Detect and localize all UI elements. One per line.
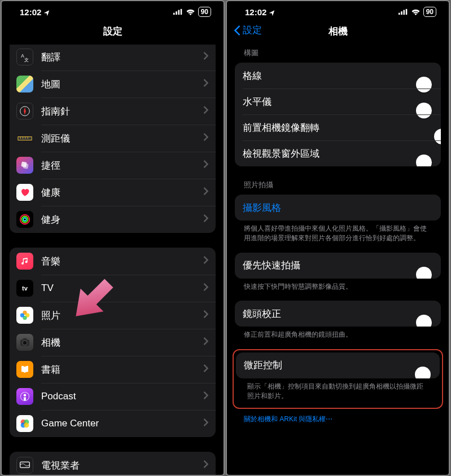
music-icon: [16, 253, 33, 270]
chevron-right-icon: [203, 214, 209, 224]
settings-row-camera[interactable]: 相機: [10, 329, 216, 356]
back-button[interactable]: 設定: [234, 24, 262, 37]
row-label: Podcast: [41, 391, 203, 402]
row-label: 音樂: [41, 255, 203, 268]
settings-row-health[interactable]: 健康: [10, 179, 216, 206]
gamecenter-icon: [16, 415, 33, 432]
row-label: 地圖: [41, 78, 203, 91]
chevron-right-icon: [203, 79, 209, 89]
podcasts-icon: [16, 388, 33, 405]
macro-control-row[interactable]: 微距控制: [236, 352, 440, 378]
svg-rect-34: [401, 11, 402, 15]
row-label: 格線: [243, 69, 433, 82]
settings-row-podcasts[interactable]: Podcast: [10, 383, 216, 410]
toggle-row[interactable]: 檢視觀景窗外區域: [235, 140, 441, 166]
status-time: 12:02: [245, 7, 276, 17]
lens-correction-row[interactable]: 鏡頭校正: [235, 301, 441, 327]
camera-settings-screen: 12:02 90 設定 相機 構圖 格線水平儀前置相機鏡像翻轉檢視觀景窗外區域 …: [226, 0, 450, 476]
svg-rect-35: [403, 10, 405, 15]
settings-group-2: 音樂tvTV照片相機書籍PodcastGame Center: [10, 248, 216, 437]
row-label: 照片: [41, 309, 203, 322]
status-bar: 12:02 90: [2, 1, 224, 20]
settings-row-maps[interactable]: 地圖: [10, 70, 216, 98]
shortcuts-icon: [16, 157, 33, 174]
photos-icon: [16, 307, 33, 324]
fast-footer: 快速按下快門時智慧調整影像品質。: [227, 279, 449, 301]
svg-rect-14: [23, 163, 28, 169]
toggle-row[interactable]: 格線: [235, 63, 441, 89]
settings-row-measure[interactable]: 測距儀: [10, 125, 216, 152]
status-bar: 12:02 90: [227, 1, 449, 20]
page-title: 相機: [329, 26, 348, 37]
maps-icon: [16, 76, 33, 92]
row-label: 捷徑: [41, 159, 203, 172]
wifi-icon: [411, 7, 421, 17]
prioritize-faster-shooting-row[interactable]: 優先快速拍攝: [235, 253, 441, 279]
svg-point-21: [20, 313, 24, 317]
lens-group: 鏡頭校正: [235, 301, 441, 327]
row-label: 健身: [41, 213, 203, 226]
chevron-right-icon: [203, 106, 209, 116]
health-icon: [16, 184, 33, 201]
compass-icon: [16, 103, 33, 120]
macro-group: 微距控制: [236, 352, 440, 378]
camera-icon: [16, 334, 33, 351]
chevron-right-icon: [203, 337, 209, 347]
settings-row-gamecenter[interactable]: Game Center: [10, 410, 216, 437]
battery-icon: 90: [423, 7, 436, 17]
styles-footer: 將個人喜好帶進拍攝中來個人化照片風格。「攝影風格」會使用進階的場景理解來對照片各…: [227, 221, 449, 253]
tvprovider-icon: [16, 457, 33, 474]
row-label: 健康: [41, 186, 203, 199]
lens-footer: 修正前置和超廣角相機的鏡頭扭曲。: [227, 327, 449, 349]
settings-row-shortcuts[interactable]: 捷徑: [10, 152, 216, 179]
settings-row-tv[interactable]: tvTV: [10, 275, 216, 302]
translate-icon: A文: [16, 49, 33, 65]
row-label: 書籍: [41, 363, 203, 376]
svg-rect-36: [405, 8, 407, 14]
macro-footer: 顯示「相機」控制項目來自動切換到超廣角相機以拍攝微距照片和影片。: [236, 378, 440, 406]
svg-rect-8: [18, 136, 32, 140]
settings-row-fitness[interactable]: 健身: [10, 206, 216, 233]
svg-point-23: [23, 341, 27, 345]
signal-icon: [399, 7, 408, 17]
battery-icon: 90: [198, 7, 211, 17]
tv-icon: tv: [16, 280, 33, 297]
books-icon: [16, 361, 33, 378]
row-label: 水平儀: [243, 95, 433, 108]
privacy-link[interactable]: 關於相機和 ARKit 與隱私權⋯: [244, 415, 332, 423]
back-label: 設定: [243, 24, 262, 37]
svg-point-16: [22, 217, 28, 223]
settings-row-photos[interactable]: 照片: [10, 302, 216, 329]
svg-point-25: [24, 394, 27, 397]
row-label: Game Center: [41, 418, 203, 429]
section-header-photo: 照片拍攝: [227, 166, 449, 195]
toggle-row[interactable]: 水平儀: [235, 89, 441, 114]
measure-icon: [16, 130, 33, 147]
chevron-right-icon: [203, 418, 209, 429]
settings-row-music[interactable]: 音樂: [10, 248, 216, 275]
section-header-composition: 構圖: [227, 45, 449, 63]
macro-label: 微距控制: [244, 359, 432, 372]
row-label: 翻譯: [41, 51, 203, 64]
settings-row-compass[interactable]: 指南針: [10, 98, 216, 125]
svg-rect-24: [23, 338, 27, 340]
page-title: 設定: [103, 26, 122, 37]
photo-styles-group: 攝影風格: [235, 195, 441, 221]
toggle-row[interactable]: 前置相機鏡像翻轉: [235, 114, 441, 140]
settings-screen: 12:02 90 設定 A文翻譯地圖指南針測距儀捷徑健康健身 音樂tvTV照片相…: [1, 0, 225, 476]
settings-row-tvprovider[interactable]: 電視業者: [10, 452, 216, 476]
row-label: 測距儀: [41, 132, 203, 145]
settings-row-translate[interactable]: A文翻譯: [10, 45, 216, 70]
row-label: 電視業者: [41, 459, 203, 472]
svg-rect-33: [399, 12, 400, 14]
chevron-right-icon: [203, 133, 209, 143]
settings-row-books[interactable]: 書籍: [10, 356, 216, 383]
svg-marker-7: [24, 108, 26, 115]
svg-rect-1: [176, 11, 177, 15]
row-label: 檢視觀景窗外區域: [243, 147, 433, 160]
chevron-right-icon: [203, 283, 209, 293]
svg-text:文: 文: [24, 57, 29, 63]
chevron-right-icon: [203, 460, 209, 470]
chevron-right-icon: [203, 256, 209, 266]
photographic-styles-row[interactable]: 攝影風格: [235, 195, 441, 221]
